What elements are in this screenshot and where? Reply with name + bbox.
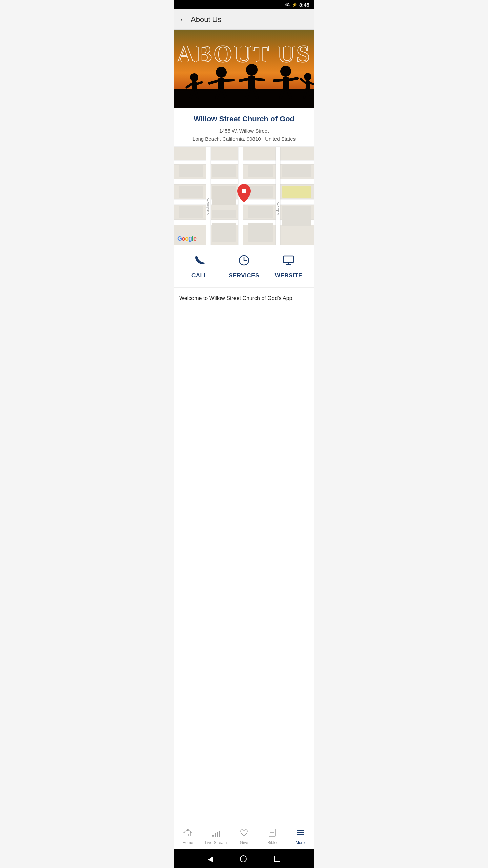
services-button[interactable]: SERVICES — [227, 253, 261, 279]
monitor-icon — [281, 253, 296, 270]
svg-rect-69 — [219, 831, 220, 837]
hero-image: ABOUT US — [174, 30, 314, 108]
header: ← About Us — [174, 9, 314, 30]
battery-icon: ⚡ — [292, 2, 297, 7]
svg-rect-68 — [217, 832, 218, 837]
nav-label-livestream: Live Stream — [205, 840, 227, 845]
map-container[interactable]: Caspian Ave Delta Ave Google — [174, 147, 314, 245]
system-nav-bar: ◀ — [174, 849, 314, 868]
svg-line-5 — [197, 82, 202, 84]
svg-rect-49 — [248, 186, 273, 198]
svg-point-8 — [216, 67, 227, 78]
svg-line-23 — [289, 78, 297, 80]
address-link[interactable]: 1455 W. Willow Street Long Beach, Califo… — [192, 128, 269, 142]
svg-rect-51 — [248, 223, 273, 242]
svg-rect-27 — [306, 80, 310, 89]
svg-rect-40 — [276, 147, 280, 245]
svg-rect-47 — [212, 223, 236, 242]
nav-item-bible[interactable]: Bible — [260, 828, 284, 845]
back-system-button[interactable]: ◀ — [208, 855, 213, 863]
map-view: Caspian Ave Delta Ave — [174, 147, 314, 245]
svg-text:ABOUT US: ABOUT US — [177, 40, 311, 67]
call-label: CALL — [191, 272, 207, 279]
svg-rect-65 — [187, 829, 189, 831]
church-address: 1455 W. Willow Street Long Beach, Califo… — [179, 127, 309, 143]
svg-point-58 — [242, 189, 246, 193]
svg-line-22 — [274, 80, 283, 81]
status-bar: 4G ⚡ 8:45 — [174, 0, 314, 9]
svg-rect-43 — [179, 206, 203, 218]
svg-rect-66 — [212, 835, 214, 837]
svg-rect-3 — [192, 81, 197, 91]
action-buttons-section: CALL SERVICES WEBSITE — [174, 245, 314, 288]
nav-label-more: More — [296, 840, 305, 845]
svg-rect-41 — [179, 165, 203, 177]
svg-line-17 — [255, 79, 264, 80]
home-icon — [183, 828, 192, 839]
page-title: About Us — [191, 15, 222, 24]
livestream-icon — [211, 828, 221, 839]
svg-rect-67 — [215, 833, 216, 837]
nav-item-livestream[interactable]: Live Stream — [204, 828, 228, 845]
menu-icon — [296, 828, 305, 839]
nav-label-bible: Bible — [267, 840, 277, 845]
nav-label-home: Home — [182, 840, 193, 845]
back-arrow-icon: ← — [179, 15, 187, 24]
svg-rect-9 — [218, 78, 224, 90]
svg-rect-42 — [179, 186, 203, 198]
phone-icon — [192, 253, 207, 270]
svg-rect-45 — [212, 186, 236, 205]
recents-system-button[interactable] — [274, 856, 280, 862]
svg-rect-62 — [283, 256, 293, 263]
svg-rect-53 — [282, 186, 311, 198]
svg-rect-50 — [248, 206, 273, 218]
svg-rect-38 — [206, 147, 211, 245]
svg-rect-48 — [248, 165, 273, 177]
svg-rect-52 — [282, 165, 311, 177]
home-system-button[interactable] — [240, 855, 247, 862]
svg-line-29 — [310, 83, 314, 84]
svg-text:Caspian Ave: Caspian Ave — [206, 198, 209, 215]
svg-line-16 — [240, 79, 248, 81]
svg-point-2 — [190, 73, 198, 81]
welcome-section: Welcome to Willow Street Church of God's… — [174, 288, 314, 824]
clock-icon — [237, 253, 251, 270]
svg-point-26 — [304, 73, 311, 80]
welcome-text: Welcome to Willow Street Church of God's… — [179, 294, 309, 302]
svg-rect-44 — [212, 165, 236, 177]
website-button[interactable]: WEBSITE — [271, 253, 305, 279]
bible-icon — [267, 828, 277, 839]
svg-rect-54 — [282, 206, 311, 226]
svg-line-11 — [224, 80, 233, 81]
bottom-navigation: Home Live Stream Give B — [174, 824, 314, 849]
church-name: Willow Street Church of God — [179, 115, 309, 123]
heart-icon — [239, 828, 249, 839]
svg-rect-15 — [248, 76, 255, 89]
nav-item-home[interactable]: Home — [176, 828, 200, 845]
svg-rect-37 — [174, 160, 314, 164]
church-info-section: Willow Street Church of God 1455 W. Will… — [174, 108, 314, 147]
nav-item-give[interactable]: Give — [232, 828, 256, 845]
signal-indicator: 4G — [285, 3, 290, 7]
google-logo: Google — [177, 235, 196, 242]
svg-rect-21 — [283, 77, 289, 90]
svg-rect-46 — [212, 210, 236, 218]
services-label: SERVICES — [229, 272, 259, 279]
nav-label-give: Give — [240, 840, 248, 845]
website-label: WEBSITE — [275, 272, 302, 279]
address-line2: Long Beach, California, 90810 — [192, 136, 261, 142]
hero-banner: ABOUT US — [174, 30, 314, 108]
svg-text:Delta Ave: Delta Ave — [276, 202, 279, 215]
address-line1: 1455 W. Willow Street — [219, 128, 269, 134]
nav-item-more[interactable]: More — [288, 828, 312, 845]
time-display: 8:45 — [299, 2, 309, 8]
svg-rect-34 — [174, 179, 314, 184]
country-text: , United States — [262, 136, 296, 142]
call-button[interactable]: CALL — [183, 253, 217, 279]
back-button[interactable]: ← — [179, 16, 187, 23]
